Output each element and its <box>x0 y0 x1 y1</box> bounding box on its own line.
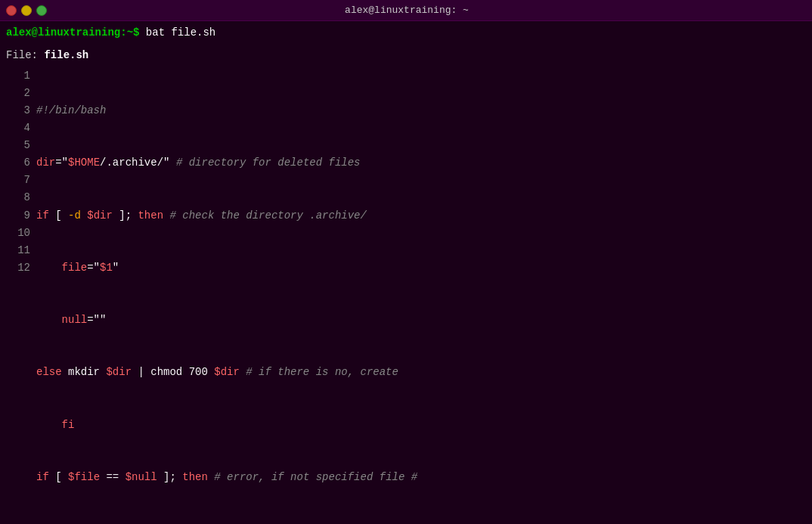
line-3: if [ -d $dir ]; then # check the directo… <box>36 207 812 225</box>
file-name: file.sh <box>44 49 88 61</box>
code-content: #!/bin/bash dir="$HOME/.archive/" # dire… <box>36 67 812 524</box>
top-prompt: alex@linuxtraining:~$ bat file.sh <box>0 21 812 44</box>
file-label: File: <box>6 49 44 61</box>
line-2: dir="$HOME/.archive/" # directory for de… <box>36 154 812 172</box>
line-8: if [ $file == $null ]; then # error, if … <box>36 469 812 486</box>
close-button[interactable] <box>6 5 17 16</box>
minimize-button[interactable] <box>21 5 32 16</box>
line-9: echo -e "/!\ No file.. Usage: $0 filenam… <box>36 521 812 524</box>
window-controls[interactable] <box>6 5 47 16</box>
line-numbers: 1 2 3 4 5 6 7 8 9 10 11 12 <box>0 67 36 524</box>
code-area: 1 2 3 4 5 6 7 8 9 10 11 12 #!/bin/bash d… <box>0 67 812 524</box>
line-1: #!/bin/bash <box>36 102 812 119</box>
file-header: File: file.sh <box>0 44 812 67</box>
title-bar: alex@linuxtraining: ~ <box>0 0 812 21</box>
line-5: null="" <box>36 312 812 329</box>
window-title: alex@linuxtraining: ~ <box>53 5 761 16</box>
maximize-button[interactable] <box>36 5 47 16</box>
line-7: fi <box>36 417 812 434</box>
line-6: else mkdir $dir | chmod 700 $dir # if th… <box>36 364 812 381</box>
prompt-command: bat file.sh <box>146 26 215 39</box>
prompt-user: alex@linuxtraining:~$ <box>6 26 139 39</box>
terminal: alex@linuxtraining:~$ bat file.sh File: … <box>0 21 812 524</box>
line-4: file="$1" <box>36 259 812 277</box>
